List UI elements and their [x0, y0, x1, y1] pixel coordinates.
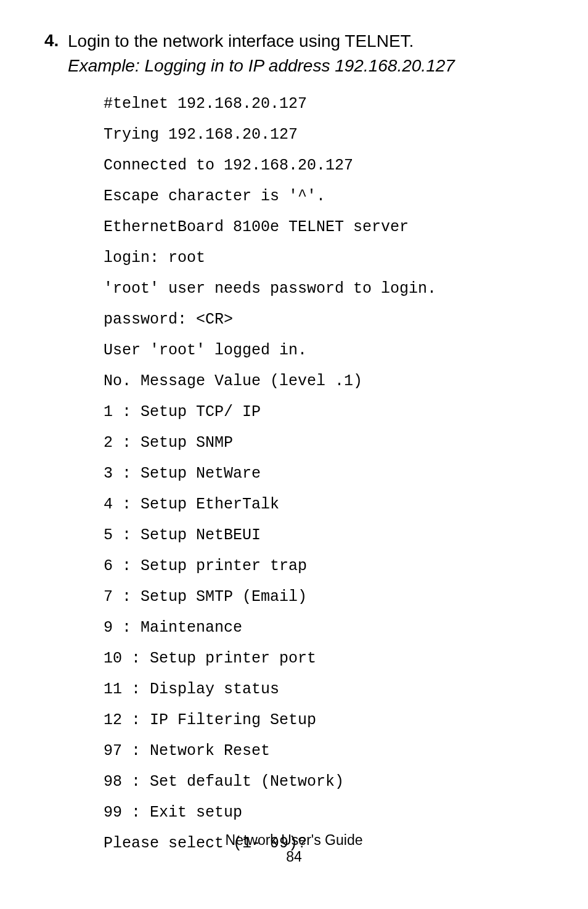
code-line: 4 : Setup EtherTalk [104, 489, 544, 520]
code-line: No. Message Value (level .1) [104, 366, 544, 397]
page-footer: Network User's Guide 84 [0, 832, 588, 865]
code-line: User 'root' logged in. [104, 335, 544, 366]
code-line: 7 : Setup SMTP (Email) [104, 582, 544, 613]
code-block: #telnet 192.168.20.127 Trying 192.168.20… [104, 89, 544, 859]
code-line: #telnet 192.168.20.127 [104, 89, 544, 120]
step-number: 4. [44, 30, 68, 52]
step-text: Login to the network interface using TEL… [68, 30, 455, 53]
code-line: login: root [104, 243, 544, 274]
step-body: Login to the network interface using TEL… [68, 30, 455, 78]
step-example: Example: Logging in to IP address 192.16… [68, 54, 455, 78]
code-line: Escape character is '^'. [104, 181, 544, 212]
code-line: 'root' user needs password to login. [104, 274, 544, 304]
code-line: 9 : Maintenance [104, 613, 544, 643]
code-line: password: <CR> [104, 304, 544, 335]
code-line: EthernetBoard 8100e TELNET server [104, 212, 544, 243]
code-line: 99 : Exit setup [104, 797, 544, 828]
code-line: 97 : Network Reset [104, 736, 544, 767]
code-line: 2 : Setup SNMP [104, 428, 544, 459]
code-line: 12 : IP Filtering Setup [104, 705, 544, 736]
code-line: 6 : Setup printer trap [104, 551, 544, 582]
code-line: 11 : Display status [104, 674, 544, 705]
footer-page-number: 84 [0, 849, 588, 865]
code-line: 3 : Setup NetWare [104, 459, 544, 489]
page: 4. Login to the network interface using … [0, 0, 588, 884]
code-line: 10 : Setup printer port [104, 643, 544, 674]
code-line: Connected to 192.168.20.127 [104, 150, 544, 181]
code-line: Trying 192.168.20.127 [104, 120, 544, 150]
code-line: 1 : Setup TCP/ IP [104, 397, 544, 428]
code-line: 98 : Set default (Network) [104, 767, 544, 797]
code-line: 5 : Setup NetBEUI [104, 520, 544, 551]
step-row: 4. Login to the network interface using … [44, 30, 544, 78]
footer-guide-title: Network User's Guide [226, 832, 363, 848]
